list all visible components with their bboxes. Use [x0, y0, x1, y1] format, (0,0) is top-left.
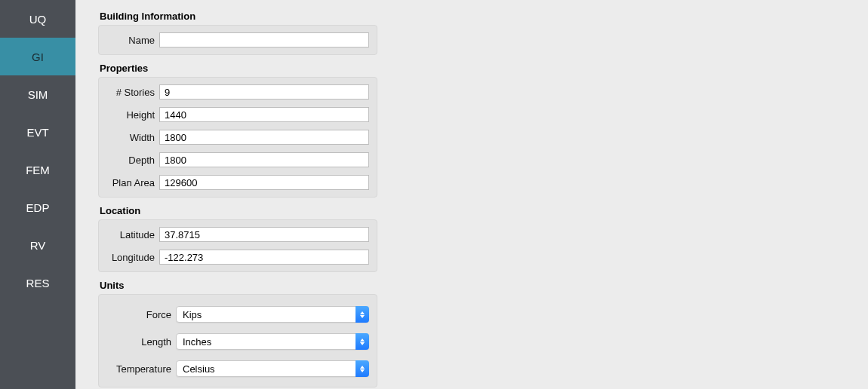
- panel-building-info: Name: [98, 25, 377, 55]
- section-title-units: Units: [100, 280, 868, 291]
- sidebar-item-uq[interactable]: UQ: [0, 0, 75, 38]
- panel-units: Force Kips Length Inches Tem: [98, 294, 377, 387]
- section-title-properties: Properties: [100, 63, 868, 74]
- label-plan-area: Plan Area: [106, 177, 159, 188]
- select-temperature[interactable]: Celsius: [176, 360, 369, 377]
- label-width: Width: [106, 132, 159, 143]
- app-root: UQ GI SIM EVT FEM EDP RV RES Building In…: [0, 0, 868, 389]
- input-height[interactable]: [159, 107, 369, 122]
- label-length: Length: [106, 336, 176, 348]
- select-temperature-value: Celsius: [176, 360, 369, 377]
- row-latitude: Latitude: [106, 223, 369, 246]
- row-longitude: Longitude: [106, 246, 369, 268]
- input-name[interactable]: [159, 32, 369, 47]
- label-stories: # Stories: [106, 87, 159, 98]
- label-height: Height: [106, 109, 159, 121]
- section-title-building-info: Building Information: [100, 11, 868, 22]
- panel-location: Latitude Longitude: [98, 219, 377, 272]
- sidebar-item-sim[interactable]: SIM: [0, 75, 75, 113]
- input-stories[interactable]: [159, 84, 369, 100]
- sidebar-item-res[interactable]: RES: [0, 264, 75, 302]
- chevron-updown-icon: [356, 306, 369, 323]
- label-force: Force: [106, 309, 176, 320]
- row-length: Length Inches: [106, 328, 369, 355]
- row-plan-area: Plan Area: [106, 171, 369, 194]
- row-stories: # Stories: [106, 81, 369, 103]
- select-force-value: Kips: [176, 306, 369, 323]
- input-latitude[interactable]: [159, 227, 369, 242]
- label-temperature: Temperature: [106, 363, 176, 375]
- row-force: Force Kips: [106, 301, 369, 328]
- sidebar-item-gi[interactable]: GI: [0, 38, 75, 75]
- label-depth: Depth: [106, 155, 159, 166]
- section-title-location: Location: [100, 205, 868, 216]
- select-length[interactable]: Inches: [176, 333, 369, 350]
- sidebar-item-edp[interactable]: EDP: [0, 188, 75, 226]
- input-width[interactable]: [159, 130, 369, 145]
- row-depth: Depth: [106, 149, 369, 171]
- input-longitude[interactable]: [159, 250, 369, 265]
- row-name: Name: [106, 29, 369, 51]
- chevron-updown-icon: [356, 333, 369, 350]
- label-longitude: Longitude: [106, 252, 159, 263]
- sidebar-item-fem[interactable]: FEM: [0, 151, 75, 188]
- label-name: Name: [106, 35, 159, 46]
- input-plan-area[interactable]: [159, 175, 369, 190]
- chevron-updown-icon: [356, 360, 369, 377]
- input-depth[interactable]: [159, 152, 369, 167]
- row-width: Width: [106, 126, 369, 149]
- sidebar-item-rv[interactable]: RV: [0, 226, 75, 264]
- main-content: Building Information Name Properties # S…: [75, 0, 868, 389]
- select-force[interactable]: Kips: [176, 306, 369, 323]
- row-height: Height: [106, 103, 369, 126]
- sidebar: UQ GI SIM EVT FEM EDP RV RES: [0, 0, 75, 389]
- select-length-value: Inches: [176, 333, 369, 350]
- row-temperature: Temperature Celsius: [106, 355, 369, 382]
- label-latitude: Latitude: [106, 229, 159, 240]
- sidebar-item-evt[interactable]: EVT: [0, 113, 75, 151]
- panel-properties: # Stories Height Width Depth Plan Area: [98, 77, 377, 198]
